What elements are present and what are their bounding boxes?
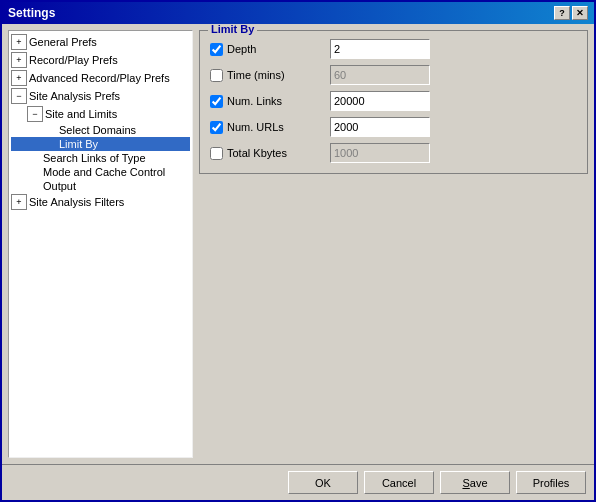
help-button[interactable]: ?: [554, 6, 570, 20]
group-title: Limit By: [208, 24, 257, 35]
save-underline: Save: [462, 477, 487, 489]
expand-icon[interactable]: +: [11, 34, 27, 50]
tree-label-select-domains: Select Domains: [59, 124, 136, 136]
tree-label-advanced-record-play-prefs: Advanced Record/Play Prefs: [29, 72, 170, 84]
num-urls-text: Num. URLs: [227, 121, 284, 133]
tree-label-output: Output: [43, 180, 76, 192]
title-bar-buttons: ? ✕: [554, 6, 588, 20]
total-kbytes-checkbox[interactable]: [210, 147, 223, 160]
tree-item-advanced-record-play-prefs[interactable]: + Advanced Record/Play Prefs: [11, 69, 190, 87]
depth-input[interactable]: [330, 39, 430, 59]
close-button[interactable]: ✕: [572, 6, 588, 20]
num-links-row: Num. Links: [210, 91, 577, 111]
content-area: + General Prefs + Record/Play Prefs + Ad…: [2, 24, 594, 464]
total-kbytes-row: Total Kbytes: [210, 143, 577, 163]
tree-label-general-prefs: General Prefs: [29, 36, 97, 48]
total-kbytes-label[interactable]: Total Kbytes: [210, 147, 330, 160]
bottom-bar: OK Cancel Save Profiles: [2, 464, 594, 500]
tree-label-mode-and-cache-control: Mode and Cache Control: [43, 166, 165, 178]
save-button[interactable]: Save: [440, 471, 510, 494]
time-mins-text: Time (mins): [227, 69, 285, 81]
num-urls-checkbox[interactable]: [210, 121, 223, 134]
tree-label-limit-by: Limit By: [59, 138, 98, 150]
tree-item-mode-and-cache-control[interactable]: Mode and Cache Control: [11, 165, 190, 179]
time-mins-input[interactable]: [330, 65, 430, 85]
expand-icon[interactable]: −: [11, 88, 27, 104]
num-urls-label[interactable]: Num. URLs: [210, 121, 330, 134]
tree-panel[interactable]: + General Prefs + Record/Play Prefs + Ad…: [8, 30, 193, 458]
num-links-text: Num. Links: [227, 95, 282, 107]
ok-button[interactable]: OK: [288, 471, 358, 494]
total-kbytes-input[interactable]: [330, 143, 430, 163]
tree-item-record-play-prefs[interactable]: + Record/Play Prefs: [11, 51, 190, 69]
tree-label-search-links-of-type: Search Links of Type: [43, 152, 146, 164]
tree-item-site-analysis-prefs[interactable]: − Site Analysis Prefs: [11, 87, 190, 105]
depth-checkbox[interactable]: [210, 43, 223, 56]
depth-label[interactable]: Depth: [210, 43, 330, 56]
depth-row: Depth: [210, 39, 577, 59]
limit-by-group: Limit By Depth Time (mins): [199, 30, 588, 174]
time-mins-row: Time (mins): [210, 65, 577, 85]
num-urls-input[interactable]: [330, 117, 430, 137]
num-links-input[interactable]: [330, 91, 430, 111]
expand-icon[interactable]: −: [27, 106, 43, 122]
window-title: Settings: [8, 6, 55, 20]
expand-icon[interactable]: +: [11, 70, 27, 86]
title-bar-text: Settings: [8, 6, 55, 20]
time-mins-label[interactable]: Time (mins): [210, 69, 330, 82]
tree-item-output[interactable]: Output: [11, 179, 190, 193]
tree-item-site-and-limits[interactable]: − Site and Limits: [11, 105, 190, 123]
tree-label-site-and-limits: Site and Limits: [45, 108, 117, 120]
total-kbytes-text: Total Kbytes: [227, 147, 287, 159]
tree-item-search-links-of-type[interactable]: Search Links of Type: [11, 151, 190, 165]
tree-item-general-prefs[interactable]: + General Prefs: [11, 33, 190, 51]
num-links-label[interactable]: Num. Links: [210, 95, 330, 108]
tree-label-record-play-prefs: Record/Play Prefs: [29, 54, 118, 66]
title-bar: Settings ? ✕: [2, 2, 594, 24]
settings-window: Settings ? ✕ + General Prefs + Record/Pl…: [0, 0, 596, 502]
time-mins-checkbox[interactable]: [210, 69, 223, 82]
tree-item-limit-by[interactable]: Limit By: [11, 137, 190, 151]
tree-label-site-analysis-prefs: Site Analysis Prefs: [29, 90, 120, 102]
num-urls-row: Num. URLs: [210, 117, 577, 137]
profiles-button[interactable]: Profiles: [516, 471, 586, 494]
tree-label-site-analysis-filters: Site Analysis Filters: [29, 196, 124, 208]
expand-icon[interactable]: +: [11, 52, 27, 68]
num-links-checkbox[interactable]: [210, 95, 223, 108]
expand-icon[interactable]: +: [11, 194, 27, 210]
cancel-button[interactable]: Cancel: [364, 471, 434, 494]
right-panel: Limit By Depth Time (mins): [199, 30, 588, 458]
depth-text: Depth: [227, 43, 256, 55]
tree-item-select-domains[interactable]: Select Domains: [11, 123, 190, 137]
tree-item-site-analysis-filters[interactable]: + Site Analysis Filters: [11, 193, 190, 211]
